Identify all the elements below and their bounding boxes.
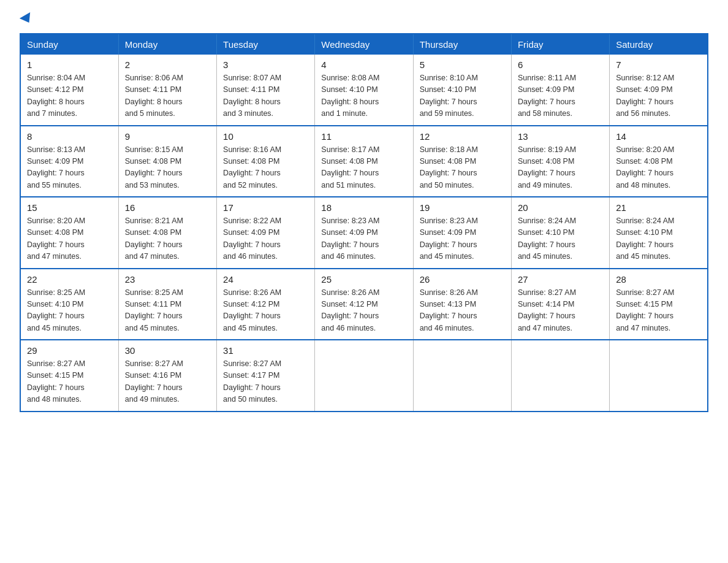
day-number: 23 — [125, 274, 210, 285]
logo — [20, 15, 33, 23]
calendar-cell: 18 Sunrise: 8:23 AMSunset: 4:09 PMDaylig… — [315, 197, 413, 269]
day-number: 5 — [420, 59, 505, 70]
day-number: 17 — [223, 202, 308, 213]
calendar-cell: 19 Sunrise: 8:23 AMSunset: 4:09 PMDaylig… — [413, 197, 511, 269]
day-number: 6 — [518, 59, 603, 70]
day-info: Sunrise: 8:15 AMSunset: 4:08 PMDaylight:… — [125, 145, 183, 190]
day-info: Sunrise: 8:22 AMSunset: 4:09 PMDaylight:… — [223, 216, 281, 261]
day-number: 12 — [420, 131, 505, 142]
calendar-day-header: Saturday — [610, 34, 708, 55]
day-number: 25 — [321, 274, 406, 285]
day-number: 11 — [321, 131, 406, 142]
day-number: 2 — [125, 59, 210, 70]
day-info: Sunrise: 8:06 AMSunset: 4:11 PMDaylight:… — [125, 74, 183, 118]
calendar-week-row: 8 Sunrise: 8:13 AMSunset: 4:09 PMDayligh… — [20, 126, 708, 197]
day-number: 29 — [27, 345, 112, 356]
calendar-week-row: 29 Sunrise: 8:27 AMSunset: 4:15 PMDaylig… — [20, 340, 708, 412]
calendar-cell: 9 Sunrise: 8:15 AMSunset: 4:08 PMDayligh… — [118, 126, 216, 197]
day-number: 10 — [223, 131, 308, 142]
day-number: 30 — [125, 345, 210, 356]
day-number: 8 — [27, 131, 112, 142]
calendar-cell: 2 Sunrise: 8:06 AMSunset: 4:11 PMDayligh… — [118, 55, 216, 126]
calendar-cell: 27 Sunrise: 8:27 AMSunset: 4:14 PMDaylig… — [511, 269, 609, 340]
day-info: Sunrise: 8:26 AMSunset: 4:12 PMDaylight:… — [223, 288, 281, 332]
calendar-cell: 10 Sunrise: 8:16 AMSunset: 4:08 PMDaylig… — [217, 126, 315, 197]
calendar-cell: 25 Sunrise: 8:26 AMSunset: 4:12 PMDaylig… — [315, 269, 413, 340]
calendar-week-row: 22 Sunrise: 8:25 AMSunset: 4:10 PMDaylig… — [20, 269, 708, 340]
calendar-cell: 1 Sunrise: 8:04 AMSunset: 4:12 PMDayligh… — [20, 55, 118, 126]
day-info: Sunrise: 8:20 AMSunset: 4:08 PMDaylight:… — [616, 145, 674, 190]
day-info: Sunrise: 8:21 AMSunset: 4:08 PMDaylight:… — [125, 216, 183, 261]
day-number: 4 — [321, 59, 406, 70]
calendar-cell: 8 Sunrise: 8:13 AMSunset: 4:09 PMDayligh… — [20, 126, 118, 197]
day-info: Sunrise: 8:27 AMSunset: 4:15 PMDaylight:… — [616, 288, 674, 332]
day-number: 14 — [616, 131, 701, 142]
calendar-day-header: Friday — [511, 34, 609, 55]
day-info: Sunrise: 8:27 AMSunset: 4:16 PMDaylight:… — [125, 359, 183, 404]
calendar-cell — [610, 340, 708, 412]
day-number: 28 — [616, 274, 701, 285]
day-info: Sunrise: 8:23 AMSunset: 4:09 PMDaylight:… — [321, 216, 379, 261]
calendar-cell: 4 Sunrise: 8:08 AMSunset: 4:10 PMDayligh… — [315, 55, 413, 126]
calendar-cell: 26 Sunrise: 8:26 AMSunset: 4:13 PMDaylig… — [413, 269, 511, 340]
day-info: Sunrise: 8:27 AMSunset: 4:15 PMDaylight:… — [27, 359, 85, 404]
day-info: Sunrise: 8:27 AMSunset: 4:17 PMDaylight:… — [223, 359, 281, 404]
day-info: Sunrise: 8:19 AMSunset: 4:08 PMDaylight:… — [518, 145, 576, 190]
day-number: 26 — [420, 274, 505, 285]
day-number: 13 — [518, 131, 603, 142]
day-number: 18 — [321, 202, 406, 213]
calendar-cell — [511, 340, 609, 412]
day-number: 20 — [518, 202, 603, 213]
calendar-cell: 28 Sunrise: 8:27 AMSunset: 4:15 PMDaylig… — [610, 269, 708, 340]
day-number: 7 — [616, 59, 701, 70]
calendar-cell: 23 Sunrise: 8:25 AMSunset: 4:11 PMDaylig… — [118, 269, 216, 340]
calendar-cell: 17 Sunrise: 8:22 AMSunset: 4:09 PMDaylig… — [217, 197, 315, 269]
calendar-day-header: Sunday — [20, 34, 118, 55]
day-info: Sunrise: 8:27 AMSunset: 4:14 PMDaylight:… — [518, 288, 576, 332]
day-info: Sunrise: 8:16 AMSunset: 4:08 PMDaylight:… — [223, 145, 281, 190]
day-number: 22 — [27, 274, 112, 285]
calendar-day-header: Monday — [118, 34, 216, 55]
day-number: 24 — [223, 274, 308, 285]
day-info: Sunrise: 8:26 AMSunset: 4:12 PMDaylight:… — [321, 288, 379, 332]
calendar-cell — [315, 340, 413, 412]
day-info: Sunrise: 8:17 AMSunset: 4:08 PMDaylight:… — [321, 145, 379, 190]
calendar-table: SundayMondayTuesdayWednesdayThursdayFrid… — [20, 33, 708, 412]
calendar-cell: 11 Sunrise: 8:17 AMSunset: 4:08 PMDaylig… — [315, 126, 413, 197]
day-number: 21 — [616, 202, 701, 213]
calendar-cell: 29 Sunrise: 8:27 AMSunset: 4:15 PMDaylig… — [20, 340, 118, 412]
day-number: 16 — [125, 202, 210, 213]
calendar-cell: 15 Sunrise: 8:20 AMSunset: 4:08 PMDaylig… — [20, 197, 118, 269]
calendar-cell: 5 Sunrise: 8:10 AMSunset: 4:10 PMDayligh… — [413, 55, 511, 126]
calendar-cell: 31 Sunrise: 8:27 AMSunset: 4:17 PMDaylig… — [217, 340, 315, 412]
day-info: Sunrise: 8:12 AMSunset: 4:09 PMDaylight:… — [616, 74, 674, 118]
calendar-day-header: Wednesday — [315, 34, 413, 55]
calendar-cell: 14 Sunrise: 8:20 AMSunset: 4:08 PMDaylig… — [610, 126, 708, 197]
day-info: Sunrise: 8:23 AMSunset: 4:09 PMDaylight:… — [420, 216, 478, 261]
calendar-cell: 3 Sunrise: 8:07 AMSunset: 4:11 PMDayligh… — [217, 55, 315, 126]
day-number: 15 — [27, 202, 112, 213]
day-info: Sunrise: 8:24 AMSunset: 4:10 PMDaylight:… — [518, 216, 576, 261]
calendar-cell — [413, 340, 511, 412]
calendar-header-row: SundayMondayTuesdayWednesdayThursdayFrid… — [20, 34, 708, 55]
day-info: Sunrise: 8:26 AMSunset: 4:13 PMDaylight:… — [420, 288, 478, 332]
day-number: 31 — [223, 345, 308, 356]
logo-arrow-icon — [20, 12, 34, 26]
calendar-cell: 6 Sunrise: 8:11 AMSunset: 4:09 PMDayligh… — [511, 55, 609, 126]
calendar-cell: 20 Sunrise: 8:24 AMSunset: 4:10 PMDaylig… — [511, 197, 609, 269]
day-info: Sunrise: 8:04 AMSunset: 4:12 PMDaylight:… — [27, 74, 85, 118]
calendar-cell: 21 Sunrise: 8:24 AMSunset: 4:10 PMDaylig… — [610, 197, 708, 269]
calendar-week-row: 15 Sunrise: 8:20 AMSunset: 4:08 PMDaylig… — [20, 197, 708, 269]
day-info: Sunrise: 8:11 AMSunset: 4:09 PMDaylight:… — [518, 74, 576, 118]
calendar-cell: 12 Sunrise: 8:18 AMSunset: 4:08 PMDaylig… — [413, 126, 511, 197]
day-info: Sunrise: 8:08 AMSunset: 4:10 PMDaylight:… — [321, 74, 379, 118]
page-header — [20, 15, 708, 23]
day-info: Sunrise: 8:07 AMSunset: 4:11 PMDaylight:… — [223, 74, 281, 118]
day-info: Sunrise: 8:20 AMSunset: 4:08 PMDaylight:… — [27, 216, 85, 261]
day-number: 27 — [518, 274, 603, 285]
calendar-cell: 16 Sunrise: 8:21 AMSunset: 4:08 PMDaylig… — [118, 197, 216, 269]
calendar-cell: 22 Sunrise: 8:25 AMSunset: 4:10 PMDaylig… — [20, 269, 118, 340]
calendar-cell: 13 Sunrise: 8:19 AMSunset: 4:08 PMDaylig… — [511, 126, 609, 197]
day-info: Sunrise: 8:25 AMSunset: 4:10 PMDaylight:… — [27, 288, 85, 332]
day-info: Sunrise: 8:13 AMSunset: 4:09 PMDaylight:… — [27, 145, 85, 190]
